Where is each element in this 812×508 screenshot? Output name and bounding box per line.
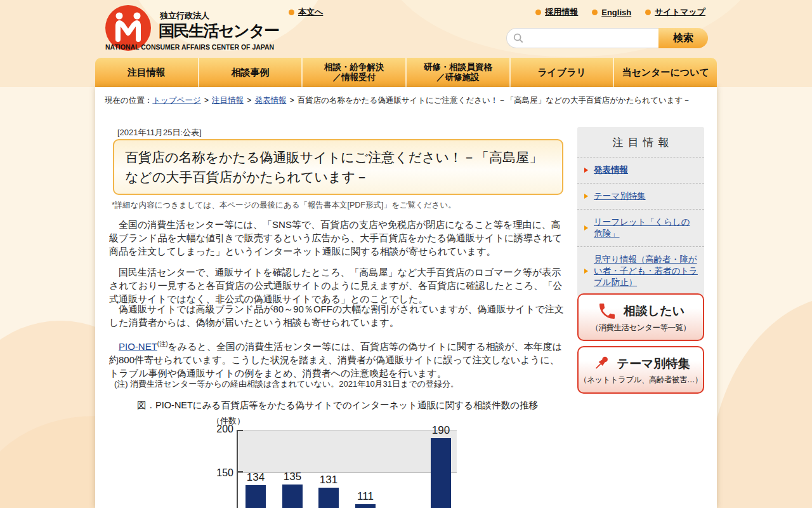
tab-featured-info[interactable]: 注目情報 xyxy=(95,58,198,87)
search-button[interactable]: 検索 xyxy=(658,28,708,48)
chart-plot: 134135131111190 xyxy=(237,430,457,508)
main-content: 現在の位置：トップページ>注目情報>発表情報>百貨店の名称をかたる偽通販サイトに… xyxy=(95,87,717,508)
footnote-marker: (注) xyxy=(157,340,168,347)
theme-features-button[interactable]: テーマ別特集 （ネットトラブル、高齢者被害…） xyxy=(577,346,704,394)
english-link[interactable]: English xyxy=(592,6,631,18)
sidebar-featured-info: 注目情報 発表情報 テーマ別特集 リーフレット「くらしの危険」 見守り情報（高齢… xyxy=(577,127,704,297)
chart-bar-value: 135 xyxy=(277,471,308,483)
chart-bar-value: 131 xyxy=(313,474,344,486)
utility-links: 採用情報 English サイトマップ xyxy=(508,6,705,18)
breadcrumb-link-announcements[interactable]: 発表情報 xyxy=(254,96,286,105)
recruit-link[interactable]: 採用情報 xyxy=(535,6,578,18)
site-search: 検索 xyxy=(506,28,708,48)
skip-to-content[interactable]: 本文へ xyxy=(289,6,323,18)
chart-bar xyxy=(431,438,451,508)
bullet-icon xyxy=(535,10,541,15)
sidebar-item-theme-features[interactable]: テーマ別特集 xyxy=(577,183,704,209)
chart-bar xyxy=(246,485,266,508)
theme-button-subtitle: （ネットトラブル、高齢者被害…） xyxy=(579,375,702,385)
pio-net-link[interactable]: PIO-NET xyxy=(119,341,157,352)
tab-consultation-cases[interactable]: 相談事例 xyxy=(198,58,302,87)
consult-button-subtitle: （消費生活センター等一覧） xyxy=(591,323,691,333)
paragraph-pio-net: PIO-NET(注)をみると、全国の消費生活センター等には、百貨店等の偽サイトに… xyxy=(109,337,566,380)
chart-title: 図．PIO-NETにみる百貨店等をかたる偽サイトでのインターネット通販に関する相… xyxy=(109,399,566,411)
bullet-icon xyxy=(645,10,651,15)
org-name: 国民生活センター xyxy=(159,20,279,41)
paragraph: 国民生活センターで、通販サイトを確認したところ、「高島屋」など大手百貨店のロゴマ… xyxy=(109,265,566,305)
pdf-note: *詳細な内容につきましては、本ページの最後にある「報告書本文[PDF形式]」をご… xyxy=(112,200,456,211)
tab-dispute-resolution[interactable]: 相談・紛争解決 ／情報受付 xyxy=(301,58,405,87)
tab-library[interactable]: ライブラリ xyxy=(509,58,613,87)
breadcrumb-prefix: 現在の位置： xyxy=(105,96,152,105)
paragraph: 偽通販サイトでは高級ブランド品が80～90％OFFの大幅な割引がされていますが、… xyxy=(109,302,566,329)
phone-icon xyxy=(597,301,617,321)
sidebar-item-leaflet[interactable]: リーフレット「くらしの危険」 xyxy=(577,209,704,246)
bullet-icon xyxy=(289,10,294,15)
chevron-right-icon xyxy=(584,168,588,173)
sitemap-link[interactable]: サイトマップ xyxy=(645,6,705,18)
theme-button-title: テーマ別特集 xyxy=(617,356,690,372)
sidebar-item-watch-info[interactable]: 見守り情報（高齢者・障がい者・子ども・若者のトラブル防止） xyxy=(577,246,704,295)
chart-bar xyxy=(282,485,303,508)
chart-bar-value: 111 xyxy=(350,490,381,503)
paragraph: 全国の消費生活センター等には、「SNS等で、百貨店の支店や免税店が閉店になること… xyxy=(109,218,566,258)
consult-button-title: 相談したい xyxy=(624,303,684,319)
global-nav: 注目情報 相談事例 相談・紛争解決 ／情報受付 研修・相談員資格 ／研修施設 ラ… xyxy=(95,58,717,87)
chart-tick xyxy=(238,430,243,431)
publish-date: [2021年11月25日:公表] xyxy=(117,127,202,138)
breadcrumb-separator: > xyxy=(204,96,209,105)
sidebar-title: 注目情報 xyxy=(577,127,704,157)
skip-link-label: 本文へ xyxy=(298,6,323,18)
consult-button[interactable]: 相談したい （消費生活センター等一覧） xyxy=(577,293,704,341)
tab-about-center[interactable]: 当センターについて xyxy=(613,58,717,87)
chart-bar xyxy=(318,488,339,508)
chart-y-tick-label: 150 xyxy=(211,467,233,479)
chevron-right-icon xyxy=(584,269,588,274)
breadcrumb-current: 百貨店の名称をかたる偽通販サイトにご注意ください！－「高島屋」などの大手百貨店が… xyxy=(298,96,691,105)
org-name-english: NATIONAL CONSUMER AFFAIRS CENTER OF JAPA… xyxy=(105,43,274,51)
breadcrumb-link-featured[interactable]: 注目情報 xyxy=(212,96,244,105)
tab-training[interactable]: 研修・相談員資格 ／研修施設 xyxy=(405,58,509,87)
chart-band-150-200 xyxy=(238,430,457,473)
footnote: (注) 消費生活センター等からの経由相談は含まれていない。2021年10月31日… xyxy=(114,378,459,390)
chevron-right-icon xyxy=(584,225,588,231)
chart-y-tick-label: 200 xyxy=(211,424,233,435)
sidebar-item-announcements[interactable]: 発表情報 xyxy=(577,157,704,183)
chart-bar xyxy=(355,504,376,508)
bullet-icon xyxy=(592,10,598,15)
chart-bar-value: 134 xyxy=(240,471,272,484)
chevron-right-icon xyxy=(584,194,588,199)
search-input[interactable] xyxy=(506,28,658,48)
paragraph-text: をみると、全国の消費生活センター等には、百貨店等の偽サイトに関する相談が、本年度… xyxy=(109,341,562,378)
breadcrumb: 現在の位置：トップページ>注目情報>発表情報>百貨店の名称をかたる偽通販サイトに… xyxy=(105,95,707,107)
decorative-circle xyxy=(709,295,812,508)
breadcrumb-separator: > xyxy=(289,96,294,105)
breadcrumb-separator: > xyxy=(247,96,251,105)
breadcrumb-link-home[interactable]: トップページ xyxy=(152,96,200,105)
site-logo[interactable]: 独立行政法人 国民生活センター NATIONAL CONSUMER AFFAIR… xyxy=(105,5,289,53)
pushpin-icon xyxy=(592,354,611,373)
chart-bar-value: 190 xyxy=(425,424,457,437)
page-title: 百貨店の名称をかたる偽通販サイトにご注意ください！－「高島屋」などの大手百貨店が… xyxy=(113,139,563,195)
search-icon xyxy=(513,32,524,44)
